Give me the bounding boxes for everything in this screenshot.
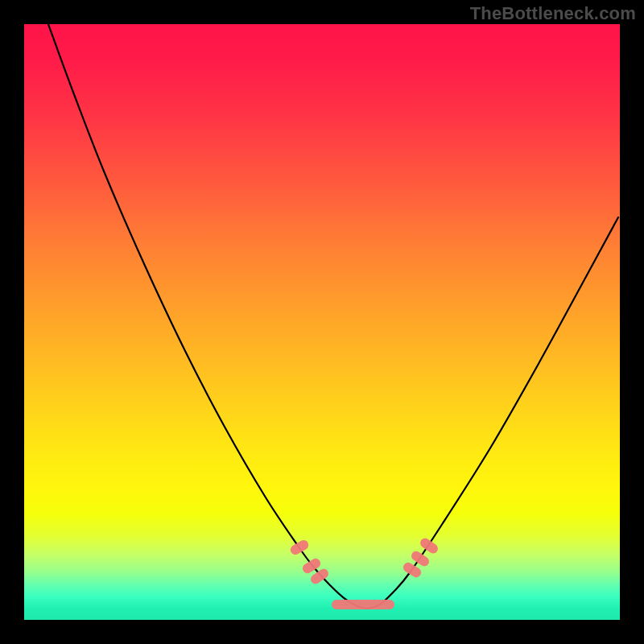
- bottleneck-curve-path: [48, 24, 618, 609]
- marker-flat-band: [332, 600, 394, 609]
- plot-area: [24, 24, 620, 620]
- bottleneck-curve-svg: [24, 24, 620, 620]
- chart-frame: TheBottleneck.com: [0, 0, 644, 644]
- marker-group: [289, 536, 440, 609]
- marker-lozenge: [419, 536, 440, 555]
- marker-lozenge: [289, 539, 311, 556]
- watermark-text: TheBottleneck.com: [470, 3, 636, 24]
